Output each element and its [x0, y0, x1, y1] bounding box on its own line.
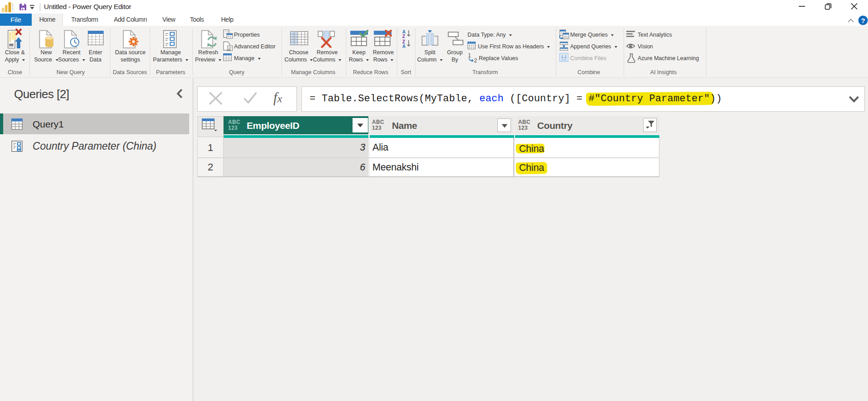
svg-text:Z: Z: [402, 34, 405, 38]
svg-text:?: ?: [861, 17, 865, 24]
svg-text:2: 2: [474, 57, 477, 63]
svg-text:1: 1: [468, 53, 471, 59]
svg-text:A: A: [402, 44, 405, 48]
